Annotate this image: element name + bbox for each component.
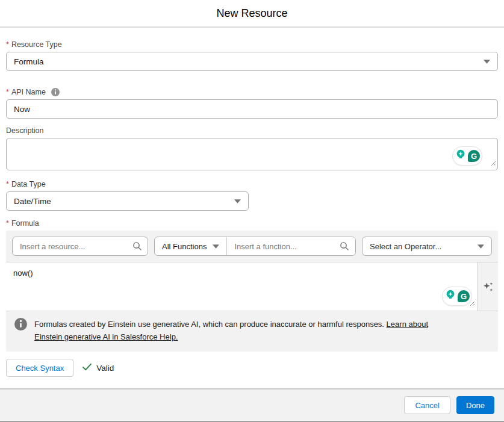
required-marker: * bbox=[6, 219, 9, 228]
required-marker: * bbox=[6, 88, 9, 96]
operator-select[interactable]: Select an Operator... bbox=[362, 237, 492, 256]
syntax-row: Check Syntax Valid bbox=[6, 359, 498, 377]
grammarly-icon: G bbox=[468, 150, 480, 162]
formula-label-row: * Formula bbox=[6, 219, 498, 228]
resize-handle-icon[interactable] bbox=[491, 158, 496, 169]
info-icon bbox=[14, 318, 27, 343]
dialog-header: New Resource bbox=[0, 0, 504, 28]
description-textarea[interactable] bbox=[6, 138, 498, 170]
sparkles-icon bbox=[482, 281, 494, 293]
einstein-lightbulb-icon bbox=[444, 289, 456, 303]
check-icon bbox=[82, 362, 92, 374]
data-type-label: Data Type bbox=[11, 180, 46, 188]
description-label-row: Description bbox=[6, 126, 498, 135]
resource-type-label: Resource Type bbox=[11, 40, 62, 49]
required-marker: * bbox=[6, 40, 9, 49]
resize-handle-icon[interactable] bbox=[470, 298, 475, 309]
cancel-button[interactable]: Cancel bbox=[404, 396, 450, 414]
formula-field: * Formula All Functions bbox=[6, 219, 498, 352]
chevron-down-icon bbox=[484, 60, 490, 64]
done-button[interactable]: Done bbox=[456, 396, 494, 414]
einstein-ai-strip bbox=[477, 262, 498, 311]
new-resource-dialog: New Resource * Resource Type Formula * A… bbox=[0, 0, 504, 422]
function-search-wrap bbox=[227, 237, 355, 255]
formula-editor-row: now() G bbox=[6, 262, 498, 311]
api-name-field: * API Name bbox=[6, 88, 498, 119]
grammarly-icon: G bbox=[458, 290, 470, 302]
function-picker-group: All Functions bbox=[154, 237, 356, 256]
check-syntax-button[interactable]: Check Syntax bbox=[6, 359, 73, 377]
chevron-down-icon bbox=[213, 244, 219, 249]
description-field: Description G bbox=[6, 126, 498, 170]
resource-type-label-row: * Resource Type bbox=[6, 40, 498, 49]
resource-type-field: * Resource Type Formula bbox=[6, 40, 498, 71]
formula-label: Formula bbox=[11, 219, 39, 228]
description-label: Description bbox=[6, 126, 44, 135]
formula-toolbar: All Functions Sel bbox=[6, 231, 498, 262]
einstein-lightbulb-icon bbox=[455, 149, 467, 163]
data-type-label-row: * Data Type bbox=[6, 180, 498, 188]
resource-type-combobox[interactable]: Formula bbox=[6, 52, 498, 71]
einstein-disclaimer-banner: Formulas created by Einstein use generat… bbox=[6, 311, 498, 352]
data-type-value: Date/Time bbox=[14, 197, 234, 206]
insert-resource-search-input[interactable] bbox=[12, 237, 148, 256]
insert-function-search-input[interactable] bbox=[227, 237, 355, 255]
syntax-status-label: Valid bbox=[96, 364, 114, 373]
formula-editor: now() G bbox=[6, 262, 477, 311]
disclaimer-text: Formulas created by Einstein use generat… bbox=[34, 318, 456, 343]
grammarly-assistant-pill[interactable]: G bbox=[452, 146, 482, 166]
formula-panel: All Functions Sel bbox=[6, 231, 498, 352]
dialog-body: * Resource Type Formula * API Name bbox=[0, 28, 504, 388]
einstein-sparkle-button[interactable] bbox=[481, 279, 496, 294]
dialog-footer: Cancel Done bbox=[0, 388, 504, 422]
syntax-status: Valid bbox=[82, 362, 114, 374]
formula-textarea[interactable]: now() bbox=[6, 262, 477, 311]
page-title: New Resource bbox=[216, 7, 287, 20]
api-name-input[interactable] bbox=[6, 99, 498, 119]
resource-type-value: Formula bbox=[14, 57, 484, 66]
disclaimer-body: Formulas created by Einstein use generat… bbox=[34, 320, 384, 329]
all-functions-label: All Functions bbox=[162, 242, 207, 251]
chevron-down-icon bbox=[234, 199, 241, 203]
description-textarea-wrap: G bbox=[6, 138, 498, 170]
grammarly-assistant-pill[interactable]: G bbox=[442, 287, 472, 306]
data-type-combobox[interactable]: Date/Time bbox=[6, 191, 249, 211]
data-type-field: * Data Type Date/Time bbox=[6, 180, 498, 211]
info-icon[interactable] bbox=[51, 88, 60, 96]
api-name-label-row: * API Name bbox=[6, 88, 498, 96]
required-marker: * bbox=[6, 180, 9, 188]
operator-placeholder: Select an Operator... bbox=[370, 242, 478, 251]
chevron-down-icon bbox=[478, 244, 484, 249]
all-functions-dropdown[interactable]: All Functions bbox=[155, 237, 227, 255]
resource-search-wrap bbox=[12, 237, 148, 256]
api-name-label: API Name bbox=[11, 88, 46, 96]
